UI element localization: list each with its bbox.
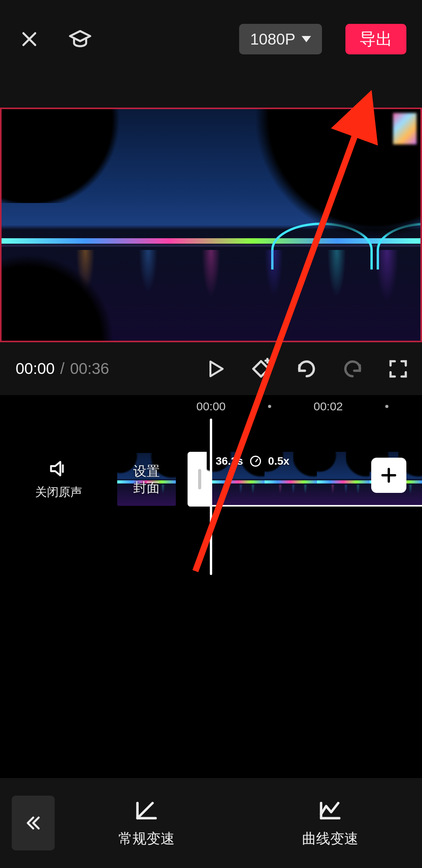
playhead[interactable]: [210, 419, 212, 575]
undo-icon: [296, 358, 318, 380]
chevrons-left-icon: [24, 814, 43, 832]
watermark-badge: [393, 113, 417, 144]
add-keyframe-button[interactable]: [249, 357, 273, 381]
normal-speed-label: 常规变速: [118, 829, 175, 848]
normal-speed-icon: [134, 798, 159, 822]
time-ruler[interactable]: 00:00 00:02: [0, 395, 422, 419]
svg-line-10: [138, 803, 153, 818]
cover-label: 设置 封面: [133, 463, 160, 496]
ruler-dot: [385, 405, 388, 408]
ruler-tick: 00:00: [196, 400, 225, 413]
tutorial-button[interactable]: [66, 25, 94, 53]
playback-controls: 00:00 / 00:36: [0, 342, 422, 395]
speaker-icon: [48, 458, 69, 479]
normal-speed-option[interactable]: 常规变速: [55, 798, 238, 848]
chevron-down-icon: [302, 36, 311, 42]
speed-indicator-icon: [250, 456, 261, 467]
keyframe-icon: [250, 358, 272, 380]
close-icon: [19, 29, 39, 49]
time-display: 00:00 / 00:36: [16, 360, 109, 377]
plus-icon: [379, 466, 398, 485]
mute-audio-button[interactable]: 关闭原声: [0, 458, 117, 500]
undo-button[interactable]: [295, 357, 319, 381]
curve-speed-label: 曲线变速: [302, 829, 358, 848]
export-button[interactable]: 导出: [345, 24, 406, 54]
clip-speed-label: 0.5x: [268, 455, 290, 467]
ruler-tick: 00:02: [313, 400, 343, 413]
export-label: 导出: [359, 28, 392, 50]
current-time: 00:00: [16, 360, 55, 377]
mute-label: 关闭原声: [35, 484, 82, 500]
close-button[interactable]: [16, 25, 43, 53]
svg-marker-6: [51, 462, 61, 475]
toolbar-back-button[interactable]: [12, 796, 55, 850]
video-editor-root: 1080P 导出 00:00 / 00:36: [0, 0, 422, 868]
add-clip-button[interactable]: [371, 458, 406, 493]
time-separator: /: [60, 360, 64, 377]
set-cover-button[interactable]: 设置 封面: [117, 453, 176, 506]
redo-icon: [342, 358, 363, 380]
redo-button[interactable]: [340, 357, 365, 381]
video-preview[interactable]: [0, 108, 422, 342]
resolution-select[interactable]: 1080P: [239, 24, 322, 54]
fullscreen-icon: [388, 359, 408, 379]
preview-frame: [2, 109, 420, 341]
ruler-dot: [268, 405, 271, 408]
timeline-area[interactable]: 00:00 00:02 关闭原声 设置 封面: [0, 395, 422, 778]
bottom-toolbar: 常规变速 曲线变速: [0, 778, 422, 868]
play-icon: [206, 359, 225, 379]
fullscreen-button[interactable]: [386, 357, 410, 381]
curve-speed-icon: [318, 798, 342, 822]
preview-area: [0, 78, 422, 342]
graduation-cap-icon: [68, 27, 92, 51]
top-bar: 1080P 导出: [0, 0, 422, 78]
clip-duration-label: 36.2s: [216, 455, 243, 467]
total-time: 00:36: [70, 360, 109, 377]
svg-marker-2: [211, 361, 223, 376]
svg-rect-3: [253, 361, 269, 377]
resolution-label: 1080P: [250, 31, 295, 48]
play-button[interactable]: [203, 357, 227, 381]
curve-speed-option[interactable]: 曲线变速: [238, 798, 422, 848]
